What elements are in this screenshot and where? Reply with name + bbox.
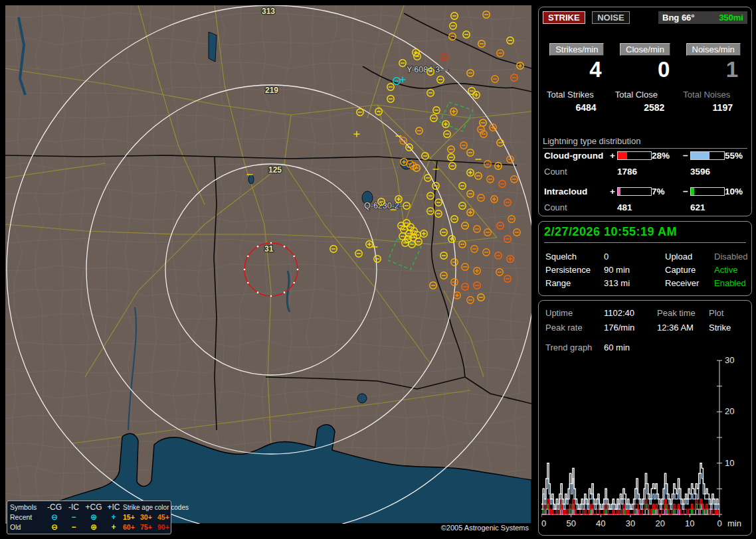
trend-window-value: 60 min [604, 343, 657, 352]
bearing-value: Bng 66° [662, 13, 695, 23]
minus-sign: − [681, 151, 690, 161]
legend-old-label: Old [10, 522, 45, 532]
plot-label: Plot [709, 308, 747, 318]
svg-text:50: 50 [566, 518, 575, 528]
legend-recent-label: Recent [10, 512, 45, 522]
range-value: 350mi [719, 13, 743, 23]
upload-state: Disabled [714, 252, 748, 262]
stats-trend-panel: Uptime 1102:40 Peak time Plot Peak rate … [538, 300, 752, 536]
svg-text:20: 20 [725, 406, 734, 416]
uptime-value: 1102:40 [604, 308, 657, 318]
circle-plus-icon: ⊕ [83, 512, 104, 522]
svg-text:219: 219 [265, 86, 278, 95]
plus-sign: + [608, 187, 617, 196]
svg-text:125: 125 [268, 165, 282, 175]
trend-graph-label: Trend graph [545, 343, 604, 352]
persistence-label: Persistence [545, 265, 604, 275]
total-close-label: Total Close [611, 90, 680, 100]
total-strikes-value: 6484 [543, 102, 611, 113]
noises-per-min-button[interactable]: Noises/min [686, 43, 741, 56]
noise-toggle-button[interactable]: NOISE [592, 11, 629, 24]
cloud-ground-label: Cloud-ground [544, 151, 608, 161]
cg-minus-bar [690, 151, 725, 160]
ic-minus-pct: 10% [725, 187, 753, 196]
peak-time-label: Peak time [657, 308, 709, 318]
ic-plus-bar [617, 187, 652, 196]
legend-header-pos-cg: +CG [83, 502, 104, 512]
receiver-state: Enabled [714, 278, 747, 288]
svg-text:60: 60 [541, 518, 546, 528]
distribution-title: Lightning type distribution [543, 136, 747, 149]
capture-label: Capture [665, 265, 714, 275]
legend-header-neg-ic: -IC [64, 502, 83, 512]
status-panel: 2/27/2026 10:55:19 AM Squelch 0 Upload D… [538, 221, 752, 296]
svg-text:31: 31 [264, 244, 274, 254]
circle-plus-icon: ⊕ [83, 522, 104, 532]
age-60: 60+ [123, 522, 140, 532]
legend-header-symbols: Symbols [10, 502, 45, 512]
symbol-legend: Symbols -CG -IC +CG +IC Strike age color… [7, 501, 171, 534]
svg-text:30: 30 [725, 356, 734, 365]
peak-rate-label: Peak rate [545, 323, 604, 333]
svg-text:0: 0 [717, 518, 721, 528]
peak-rate-value: 176/min [604, 323, 657, 333]
noises-per-min-value: 1 [679, 58, 747, 82]
close-per-min-value: 0 [611, 58, 680, 82]
age-15: 15+ [123, 512, 140, 522]
uptime-label: Uptime [545, 308, 604, 318]
range-label: Range [545, 278, 604, 288]
cg-minus-count: 3596 [690, 167, 725, 177]
ic-minus-bar [690, 187, 725, 196]
squelch-label: Squelch [545, 252, 604, 262]
plus-icon: + [104, 512, 123, 522]
svg-text:20: 20 [655, 518, 664, 528]
range-value: 313 mi [604, 278, 665, 288]
legend-age-title: Strike age color codes [123, 502, 177, 512]
ic-minus-count: 621 [690, 202, 725, 212]
close-per-min-button[interactable]: Close/min [620, 43, 670, 56]
bearing-range-display: Bng 66° 350mi [658, 11, 747, 24]
svg-text:40: 40 [596, 518, 605, 528]
minus-sign: − [681, 187, 690, 196]
plus-icon: + [104, 522, 123, 532]
age-45: 45+ [157, 512, 177, 522]
svg-text:min: min [727, 518, 741, 528]
trend-graph: 1020306050403020100min [541, 356, 747, 533]
age-90: 90+ [157, 522, 177, 532]
svg-text:10: 10 [685, 518, 694, 528]
total-close-value: 2582 [611, 102, 680, 113]
svg-text:10: 10 [725, 458, 734, 468]
circle-minus-icon: ⊖ [45, 522, 64, 532]
circle-minus-icon: ⊖ [45, 512, 64, 522]
svg-text:30: 30 [626, 518, 635, 528]
total-noises-value: 1197 [679, 102, 747, 113]
persistence-value: 90 min [604, 265, 665, 275]
total-strikes-label: Total Strikes [543, 90, 611, 100]
svg-text:313: 313 [262, 7, 275, 16]
map-canvas: Y-6084-3—Q-6230-2— 31321912531 [5, 5, 531, 524]
lightning-map[interactable]: Y-6084-3—Q-6230-2— 31321912531 [5, 5, 531, 524]
squelch-value: 0 [604, 252, 665, 262]
count-label: Count [544, 202, 608, 212]
capture-state: Active [714, 265, 747, 275]
count-label: Count [544, 167, 608, 177]
receiver-label: Receiver [665, 278, 714, 288]
plot-mode-value: Strike [709, 323, 747, 333]
cg-minus-pct: 55% [725, 151, 753, 161]
datetime-display: 2/27/2026 10:55:19 AM [544, 225, 677, 239]
cg-plus-pct: 28% [652, 151, 681, 161]
cg-plus-count: 1786 [617, 167, 652, 177]
strikes-per-min-button[interactable]: Strikes/min [549, 43, 604, 56]
minus-icon: − [64, 522, 83, 532]
strike-counter-panel: STRIKE NOISE Bng 66° 350mi Strikes/min C… [538, 7, 752, 216]
plus-sign: + [608, 151, 617, 161]
ic-plus-pct: 7% [652, 187, 681, 196]
legend-header-pos-ic: +IC [104, 502, 123, 512]
intracloud-label: Intracloud [544, 187, 608, 196]
peak-time-value: 12:36 AM [657, 323, 709, 333]
strike-toggle-button[interactable]: STRIKE [543, 11, 585, 24]
legend-header-neg-cg: -CG [45, 502, 64, 512]
cg-plus-bar [617, 151, 652, 160]
ic-plus-count: 481 [617, 202, 652, 212]
strikes-per-min-value: 4 [543, 58, 611, 82]
